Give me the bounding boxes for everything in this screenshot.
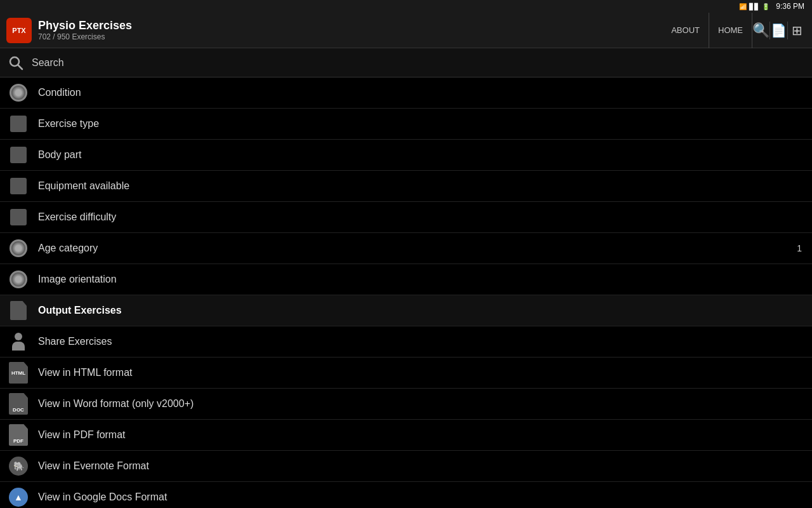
menu-item-view-gdocs[interactable]: ▲ View in Google Docs Format [0,482,812,508]
view-gdocs-icon: ▲ [6,485,30,508]
document-nav-icon[interactable]: 📄 [770,22,788,39]
menu-item-view-html[interactable]: HTML View in HTML format [0,358,812,389]
grid-nav-icon[interactable]: ⊞ [788,22,806,39]
app-subtitle: 702 / 950 Exercises [38,32,662,41]
output-exercises-label: Output Exercises [38,305,806,316]
image-orientation-label: Image orientation [38,274,806,285]
view-gdocs-label: View in Google Docs Format [38,491,806,503]
top-bar: PTX Physio Exercises 702 / 950 Exercises… [0,13,812,48]
body-part-label: Body part [38,149,806,161]
app-logo: PTX [6,18,32,43]
menu-item-body-part[interactable]: Body part [0,140,812,171]
view-evernote-icon: 🐘 [6,454,30,478]
age-category-label: Age category [38,243,797,254]
nav-about[interactable]: ABOUT [662,13,709,48]
exercise-type-icon [6,112,30,136]
condition-label: Condition [38,87,806,98]
output-exercises-icon [6,298,30,323]
search-label: Search [32,57,64,69]
menu-item-share-exercises[interactable]: Share Exercises [0,326,812,358]
search-nav-icon[interactable]: 🔍 [752,22,770,39]
equipment-icon [6,174,30,198]
menu-list: Condition Exercise type Body part Equipm… [0,77,812,508]
view-pdf-label: View in PDF format [38,429,806,441]
app-title-block: Physio Exercises 702 / 950 Exercises [38,19,662,41]
view-evernote-label: View in Evernote Format [38,460,806,472]
menu-item-view-word[interactable]: DOC View in Word format (only v2000+) [0,389,812,420]
signal-icon: 📶 [739,3,747,10]
menu-item-view-evernote[interactable]: 🐘 View in Evernote Format [0,451,812,482]
view-pdf-icon: PDF [6,423,30,447]
menu-item-equipment[interactable]: Equipment available [0,171,812,202]
body-part-icon [6,143,30,167]
svg-line-1 [18,65,23,69]
menu-item-image-orientation[interactable]: Image orientation [0,264,812,295]
nav-home[interactable]: HOME [709,13,752,48]
view-word-icon: DOC [6,392,30,416]
view-html-icon: HTML [6,361,30,385]
menu-item-exercise-type[interactable]: Exercise type [0,109,812,140]
menu-item-difficulty[interactable]: Exercise difficulty [0,202,812,233]
difficulty-label: Exercise difficulty [38,211,806,223]
search-row: Search [0,48,812,77]
status-bar: 📶 ▊▊ 🔋 9:36 PM [0,0,812,13]
menu-item-age-category[interactable]: Age category 1 [0,233,812,264]
exercise-type-label: Exercise type [38,118,806,130]
share-exercises-label: Share Exercises [38,336,806,347]
app-title: Physio Exercises [38,19,662,32]
view-word-label: View in Word format (only v2000+) [38,398,806,410]
difficulty-icon [6,205,30,229]
search-row-icon [6,53,25,72]
condition-icon [6,81,30,105]
menu-item-view-pdf[interactable]: PDF View in PDF format [0,420,812,451]
share-exercises-icon [6,330,30,354]
age-category-icon [6,236,30,260]
top-nav: ABOUT HOME 🔍 📄 ⊞ [662,13,806,48]
menu-item-condition[interactable]: Condition [0,77,812,109]
time-display: 9:36 PM [776,2,804,11]
age-category-badge: 1 [797,243,802,253]
equipment-label: Equipment available [38,180,806,192]
menu-item-output-exercises[interactable]: Output Exercises [0,295,812,326]
wifi-icon: ▊▊ [749,3,759,10]
image-orientation-icon [6,267,30,291]
view-html-label: View in HTML format [38,367,806,378]
status-icons: 📶 ▊▊ 🔋 9:36 PM [739,2,807,11]
battery-icon: 🔋 [762,3,769,10]
